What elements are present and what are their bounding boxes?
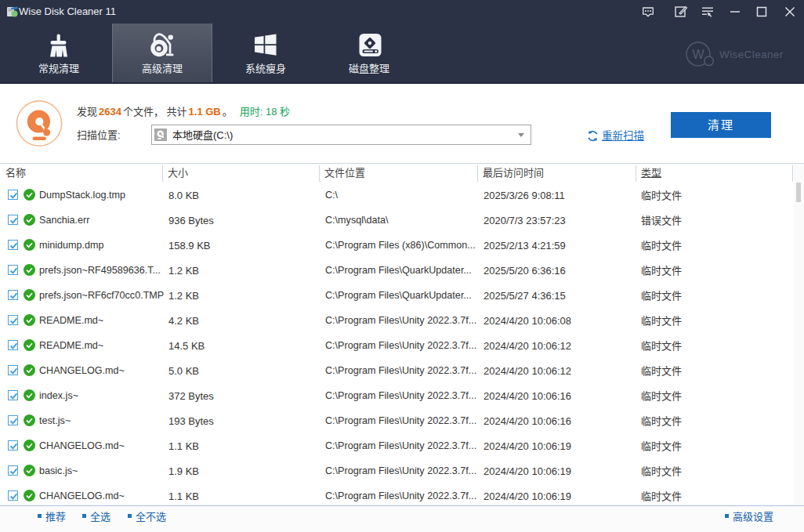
svg-text:W: W <box>692 48 704 61</box>
svg-text:WiseCleaner: WiseCleaner <box>719 49 784 60</box>
